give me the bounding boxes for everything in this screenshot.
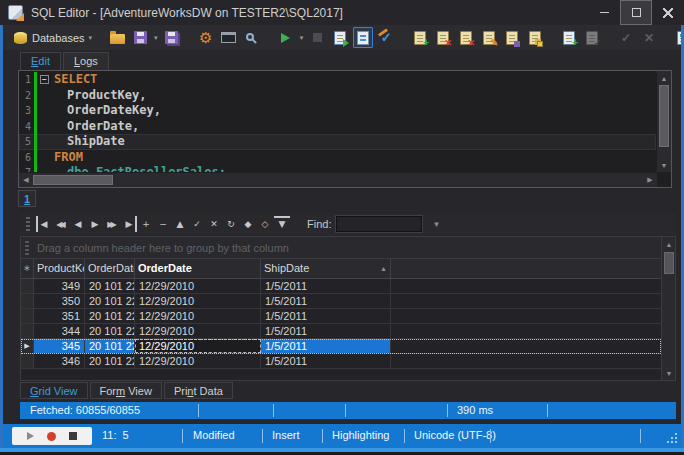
next-record-button[interactable]: ▶ <box>87 216 103 232</box>
maximize-button[interactable] <box>620 0 652 25</box>
scroll-down-icon[interactable]: ▼ <box>657 158 671 172</box>
cell[interactable]: 1/5/2011 <box>261 309 391 323</box>
collapse-icon[interactable]: − <box>40 75 49 84</box>
scroll-up-icon[interactable]: ▲ <box>662 237 676 251</box>
record-icon[interactable] <box>47 432 56 441</box>
cell[interactable]: 20 101 229 <box>85 294 135 308</box>
editor-vertical-scrollbar[interactable]: ▲ ▼ <box>657 71 671 172</box>
navigator-grip[interactable] <box>26 217 30 231</box>
cell[interactable]: 346 <box>34 354 85 368</box>
tab-edit[interactable]: Edit <box>20 52 61 70</box>
resize-grip[interactable] <box>671 441 673 443</box>
cell[interactable]: 12/29/2010 <box>135 294 261 308</box>
prior-page-button[interactable]: ◀◀ <box>53 216 69 232</box>
table-row[interactable]: 34420 101 22912/29/20101/5/2011 <box>21 324 661 339</box>
save-record-button[interactable] <box>502 27 522 48</box>
cell[interactable]: 1/5/2011 <box>261 354 391 368</box>
filter-button[interactable]: ▼ <box>274 216 290 232</box>
goto-bookmark-button[interactable]: ◇ <box>257 216 273 232</box>
edit-record-button[interactable]: ▲ <box>172 216 188 232</box>
result-tab-1[interactable]: 1 <box>18 190 36 207</box>
run-script-button[interactable] <box>330 27 350 48</box>
column-header-productkey[interactable]: ProductKey <box>34 259 85 278</box>
table-row[interactable]: 35020 101 22912/29/20101/5/2011 <box>21 294 661 309</box>
find-dropdown-icon[interactable]: ▼ <box>432 220 440 229</box>
cell[interactable]: 20 101 229 <box>85 324 135 338</box>
save-button[interactable] <box>130 27 150 48</box>
add-record-button[interactable]: + <box>410 27 430 48</box>
scroll-left-icon[interactable]: ◀ <box>19 173 33 187</box>
scrollbar-thumb[interactable] <box>33 175 113 185</box>
find-input[interactable] <box>336 216 422 232</box>
toggle-editor-pane-button[interactable] <box>353 27 373 48</box>
save-bookmark-button[interactable]: ◆ <box>240 216 256 232</box>
column-header-orderdatekey[interactable]: OrderDateKey <box>85 259 135 278</box>
group-by-band[interactable]: Drag a column header here to group by th… <box>21 237 661 259</box>
sql-editor-panel[interactable]: 1−SELECT2ProductKey,3OrderDateKey,4Order… <box>18 70 672 188</box>
view-tab-grid-view[interactable]: Grid View <box>20 382 88 399</box>
insert-record-button[interactable]: + <box>138 216 154 232</box>
run-button[interactable] <box>276 27 296 48</box>
cell[interactable]: 12/29/2010 <box>135 354 261 368</box>
cell[interactable]: 351 <box>34 309 85 323</box>
delete-record-button[interactable]: ✕ <box>433 27 453 48</box>
view-tab-form-view[interactable]: Form View <box>90 382 162 399</box>
cell[interactable]: 349 <box>34 279 85 293</box>
scroll-down-icon[interactable]: ▼ <box>662 366 676 380</box>
copy-record-button[interactable] <box>525 27 545 48</box>
open-button[interactable] <box>107 27 127 48</box>
tab-logs[interactable]: Logs <box>63 52 109 70</box>
cell[interactable]: 1/5/2011 <box>261 339 391 353</box>
delete-all-records-button[interactable]: ✕ <box>456 27 476 48</box>
table-row[interactable]: 34920 101 22912/29/20101/5/2011 <box>21 279 661 294</box>
databases-dropdown[interactable]: Databases ▾ <box>14 27 93 48</box>
cell[interactable]: 12/29/2010 <box>135 309 261 323</box>
edit-record-button[interactable]: ✎ <box>479 27 499 48</box>
column-header-orderdate[interactable]: OrderDate <box>135 259 261 278</box>
append-record-button[interactable]: + <box>559 27 579 48</box>
cell[interactable]: 12/29/2010 <box>135 339 261 353</box>
run-options-dropdown[interactable]: ▾ <box>300 34 304 42</box>
table-row[interactable]: 34620 101 22912/29/20101/5/2011 <box>21 354 661 369</box>
minimize-button[interactable] <box>588 0 620 25</box>
first-record-button[interactable]: ◀ <box>36 216 52 232</box>
stop-icon[interactable] <box>69 432 77 440</box>
stop-button[interactable] <box>307 27 327 48</box>
refresh-button[interactable]: ↻ <box>223 216 239 232</box>
settings-button[interactable]: ⚙ <box>196 27 216 48</box>
code-area[interactable]: 1−SELECT2ProductKey,3OrderDateKey,4Order… <box>19 72 656 172</box>
scrollbar-thumb[interactable] <box>659 85 669 147</box>
grid-vertical-scrollbar[interactable]: ▲ ▼ <box>661 237 675 380</box>
close-button[interactable] <box>652 0 684 25</box>
cell[interactable]: 344 <box>34 324 85 338</box>
post-all-button[interactable]: ✓ <box>582 27 602 48</box>
cell[interactable]: 20 101 229 <box>85 354 135 368</box>
table-row[interactable]: 35120 101 22912/29/20101/5/2011 <box>21 309 661 324</box>
scroll-right-icon[interactable]: ▶ <box>643 173 657 187</box>
cell[interactable]: 20 101 229 <box>85 279 135 293</box>
save-options-dropdown[interactable]: ▾ <box>154 34 158 42</box>
scrollbar-thumb[interactable] <box>664 252 674 274</box>
cell[interactable]: 1/5/2011 <box>261 324 391 338</box>
scroll-up-icon[interactable]: ▲ <box>657 71 671 85</box>
cell[interactable]: 20 101 229 <box>85 309 135 323</box>
cell[interactable]: 350 <box>34 294 85 308</box>
commit-button[interactable]: ✓ <box>616 27 636 48</box>
console-button[interactable] <box>219 27 239 48</box>
cell[interactable]: 12/29/2010 <box>135 279 261 293</box>
prior-record-button[interactable]: ◀ <box>70 216 86 232</box>
next-page-button[interactable]: ▶▶ <box>104 216 120 232</box>
cell[interactable]: 12/29/2010 <box>135 324 261 338</box>
save-all-button[interactable] <box>162 27 182 48</box>
play-icon[interactable] <box>27 432 34 440</box>
cell[interactable]: 1/5/2011 <box>261 294 391 308</box>
post-edit-button[interactable]: ✓ <box>189 216 205 232</box>
cell[interactable]: 345 <box>34 339 85 353</box>
cancel-edit-button[interactable]: ✕ <box>206 216 222 232</box>
cell[interactable]: 1/5/2011 <box>261 279 391 293</box>
column-header-shipdate[interactable]: ShipDate▲ <box>261 259 391 278</box>
editor-horizontal-scrollbar[interactable]: ◀ ▶ <box>19 173 657 187</box>
search-button[interactable] <box>242 27 262 48</box>
view-tab-print-data[interactable]: Print Data <box>164 382 233 399</box>
last-record-button[interactable]: ▶ <box>121 216 137 232</box>
